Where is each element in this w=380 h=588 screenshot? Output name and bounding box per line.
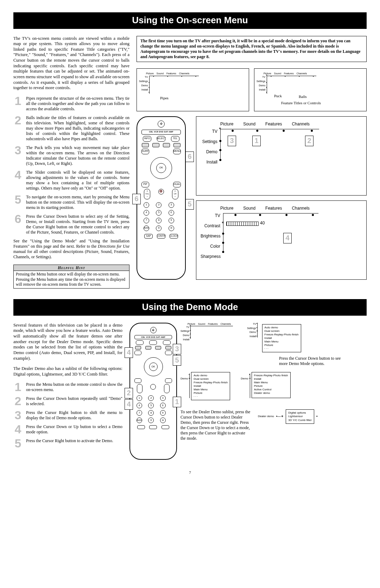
- menu-diagram-top: Picture Sound Features Channels TV Setti…: [196, 116, 367, 196]
- step-4: 4The Slider controls will be displayed o…: [13, 170, 129, 191]
- section2-right: ⏻ CBL VCR DVD SAT AMP: [129, 323, 367, 460]
- demo-remote-col: ⏻ CBL VCR DVD SAT AMP: [129, 323, 177, 460]
- callout-5: 5: [185, 199, 194, 210]
- power-icon: ⏻: [150, 327, 157, 333]
- contrast-value: 40: [260, 221, 265, 226]
- demo-step-3: 3Press the Cursor Right button to shift …: [13, 410, 122, 421]
- section1-right: The first time you turn on the TV after …: [137, 36, 367, 289]
- step-6: 6Press the Cursor Down button to select …: [13, 214, 129, 235]
- demo-callout-5: 5: [173, 355, 181, 366]
- demo-note-1: Press the Cursor Down button to see more…: [279, 356, 342, 366]
- dealer-sublist-box: Digital options Lightsensor 3D Y/C Comb …: [286, 409, 314, 424]
- top-diagrams: Picture Sound Features Channels TV Setti…: [137, 68, 367, 116]
- demo-tree-1: PictureSoundFeaturesChannels TV Settings…: [180, 323, 233, 352]
- after-note: See the "Using the Demo Mode" and "Using…: [13, 239, 129, 260]
- intro-paragraph: The TV's on-screen menu controls are vie…: [13, 36, 129, 91]
- demo-step-4: 4Press the Cursor Down or Up button to s…: [13, 424, 122, 435]
- diagram-pipes: Picture Sound Features Channels TV Setti…: [137, 68, 249, 111]
- section-title-2: Using the Demo Mode: [13, 299, 367, 316]
- section1-body: The TV's on-screen menu controls are vie…: [13, 36, 367, 289]
- step-5: 5To navigate the on-screen menu, start b…: [13, 194, 129, 210]
- demo-callout-1: 1: [173, 397, 181, 407]
- section2-body: Several features of this television can …: [13, 323, 367, 460]
- demo-step-2: 2Press the Cursor Down button repeatedly…: [13, 396, 122, 407]
- mute-icon: 🔇: [158, 189, 164, 194]
- demo-callout-3: 3: [173, 344, 181, 354]
- callout-6b: 6: [132, 194, 141, 204]
- demo-step-1: 1Press the Menu button on the remote con…: [13, 382, 122, 392]
- power-icon: ⏻: [158, 120, 165, 128]
- demo-callout-2: 2: [125, 388, 133, 398]
- step-1: 1Pipes represent the structure of the on…: [13, 96, 129, 112]
- callout-3-badge: 3: [228, 136, 236, 146]
- pipes-label: Pipes: [160, 96, 247, 101]
- demo-option-box-c: Freeze-Replay-Photo finish Install Main …: [252, 372, 291, 398]
- demo-callout-4a: 4: [125, 347, 133, 358]
- callout-4-badge: 4: [283, 233, 292, 243]
- helpful-hint-title: Helpful Hint: [14, 265, 129, 271]
- demo-intro-1: Several features of this television can …: [13, 323, 122, 361]
- feature-titles-label: Feature Titles or Controls: [281, 101, 364, 106]
- mid-row: ⏻ CBL VCR DVD SAT AMP INFO SELECT TEL: [137, 116, 367, 280]
- demo-option-box-b: Auto demo Dual screen Freeze-Replay-Phot…: [191, 372, 230, 400]
- helpful-hint-box: Helpful Hint Pressing the Menu button on…: [13, 265, 129, 289]
- section2-left: Several features of this television can …: [13, 323, 122, 460]
- callout-6a: 6: [185, 151, 194, 162]
- ok-button: OK: [156, 163, 166, 173]
- remote-illustration-small: ⏻ CBL VCR DVD SAT AMP: [129, 323, 177, 460]
- first-time-callout: The first time you turn on the TV after …: [137, 36, 367, 62]
- demo-tree-4: Demo • ✶ Freeze-Replay-Photo finish Inst…: [241, 372, 290, 398]
- ok-ring: OK: [150, 157, 172, 179]
- callout-1-badge: 1: [252, 136, 261, 146]
- section-title-1: Using the On-screen Menu: [13, 12, 367, 29]
- remote-illustration: ⏻ CBL VCR DVD SAT AMP INFO SELECT TEL: [137, 116, 186, 280]
- vol-rocker: +VOL−: [144, 189, 150, 199]
- diagram-balls-puck: Picture Sound Features Channels TV Setti…: [254, 68, 367, 111]
- demo-option-box-a: Auto demo Dual screen Freeze-Replay-Phot…: [262, 324, 301, 352]
- ch-rocker: +CH−: [172, 189, 178, 199]
- demo-tree-2: TV Settings Demo Install • • ✶ •: [247, 323, 301, 352]
- section1-left: The TV's on-screen menu controls are vie…: [13, 36, 129, 289]
- demo-note-2: To see the Dealer Demo sublist, press th…: [180, 409, 251, 441]
- slider-control: [226, 222, 259, 226]
- demo-tree-3: Demo • ✶ Auto demo Dual screen Freeze-Re…: [180, 372, 230, 400]
- menu-diagram-bottom: Picture Sound Features Channels TV Contr…: [196, 200, 367, 280]
- step-3: 3The Puck tells you which way movement m…: [13, 145, 129, 166]
- page-number: 7: [13, 470, 367, 475]
- device-strip: CBL VCR DVD SAT AMP: [141, 130, 181, 135]
- helpful-hint-body: Pressing the Menu button once will displ…: [14, 271, 129, 288]
- demo-intro-2: The Dealer Demo also has a sublist of th…: [13, 366, 122, 377]
- callout-2-badge: 2: [305, 136, 314, 146]
- step-2: 2Balls indicate the titles of features o…: [13, 115, 129, 142]
- remote-illustration-col: ⏻ CBL VCR DVD SAT AMP INFO SELECT TEL: [137, 116, 191, 280]
- dealer-demo-tree: Dealer demo •—✶ Digital options Lightsen…: [258, 409, 317, 424]
- demo-step-5: 5Press the Cursor Right button to activa…: [13, 438, 122, 448]
- menu-diagram-stack: Picture Sound Features Channels TV Setti…: [196, 116, 367, 280]
- demo-callout-4b: 4: [125, 399, 133, 410]
- balls-label: Balls: [299, 94, 364, 99]
- demo-trees: PictureSoundFeaturesChannels TV Settings…: [180, 323, 367, 460]
